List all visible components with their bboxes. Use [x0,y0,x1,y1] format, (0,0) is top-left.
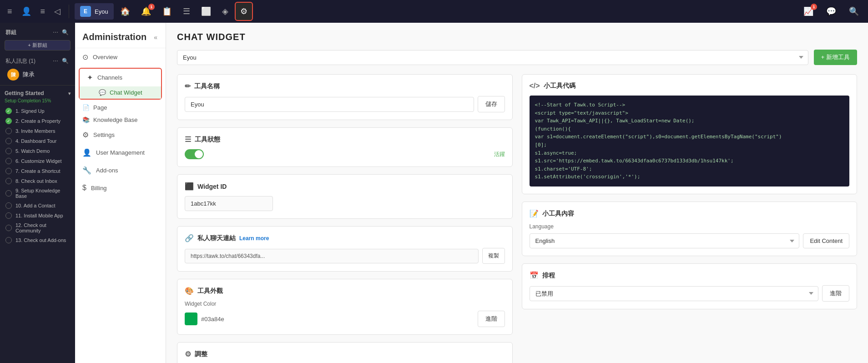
gs-item-label-1: 1. Signed Up [15,108,45,114]
tool-name-save-btn[interactable]: 儲存 [478,96,505,112]
admin-nav-settings[interactable]: ⚙ Settings [75,126,166,144]
nav-divider [69,5,69,18]
knowledge-base-label: Knowledge Base [93,116,138,123]
color-row: #03a84e 進階 [185,311,505,327]
adjustment-title: 調整 [195,350,207,358]
gs-check-2: ✓ [5,118,12,124]
admin-nav-billing[interactable]: $ Billing [75,179,166,197]
gs-item-7[interactable]: 7. Create a Shortcut [5,166,71,176]
group-more-btn[interactable]: ⋯ [52,28,59,36]
gs-item-label-6: 6. Customize Widget [15,158,61,164]
admin-nav-knowledge-base[interactable]: 📚 Knowledge Base [75,114,166,126]
workspace-avatar: E [80,6,91,17]
gs-item-4[interactable]: 4. Dashboard Tour [5,136,71,146]
gs-item-3[interactable]: 3. Invite Members [5,126,71,136]
gs-item-10[interactable]: 10. Add a Contact [5,201,71,211]
nav-activity-tab[interactable]: 📈 1 [799,3,818,20]
group-section-header: 群組 ⋯ 🔍 [5,26,71,38]
widget-id-input[interactable] [185,196,273,211]
gs-item-13[interactable]: 13. Check out Add-ons [5,235,71,245]
gs-item-11[interactable]: 11. Install Mobile App [5,211,71,221]
private-more-btn[interactable]: ⋯ [52,57,59,65]
gs-check-7 [5,168,12,174]
gs-check-6 [5,158,12,164]
gs-item-5[interactable]: 5. Watch Demo [5,146,71,156]
edit-content-btn[interactable]: Edit Content [803,233,849,248]
gs-item-label-10: 10. Add a Contact [15,203,55,208]
workspace-select[interactable]: Eyou [177,50,808,65]
group-search-btn[interactable]: 🔍 [61,28,70,36]
nav-collapse-btn[interactable]: ◁ [51,4,63,19]
nav-widget-tab[interactable]: ◈ [217,3,233,20]
admin-sidebar-header: Administration « [75,23,166,48]
billing-icon: $ [82,184,86,192]
channels-icon: ✦ [87,73,93,82]
workspace-button[interactable]: E Eyou [75,3,114,20]
admin-sidebar-title: Administration [82,32,146,42]
nav-center: 🏠 🔔 1 📋 ☰ ⬜ ◈ ⚙ [116,2,797,21]
scheduling-advanced-btn[interactable]: 進階 [822,285,849,302]
channels-header[interactable]: ✦ Channels [80,69,161,86]
gs-item-label-8: 8. Check out Inbox [15,178,57,184]
nav-book-tab[interactable]: ☰ [178,3,195,20]
nav-chat-tab[interactable]: 💬 [822,3,841,20]
gs-items-list: ✓ 1. Signed Up ✓ 2. Create a Property 3.… [5,106,71,245]
gs-item-1[interactable]: ✓ 1. Signed Up [5,106,71,116]
admin-nav-chat-widget[interactable]: 💬 Chat Widget [80,86,161,99]
private-search-btn[interactable]: 🔍 [61,57,70,65]
gs-check-8 [5,178,12,184]
admin-nav-add-ons[interactable]: 🔧 Add-ons [75,161,166,179]
nav-contacts-tab[interactable]: 📋 [157,3,177,20]
billing-label: Billing [91,185,107,192]
scheduling-select[interactable]: 已禁用 [530,286,819,301]
new-group-btn[interactable]: + 新群組 [5,40,71,50]
gs-item-6[interactable]: 6. Customize Widget [5,156,71,166]
contact-item[interactable]: 陳 陳承 [5,67,71,82]
language-select[interactable]: English Chinese [530,233,800,248]
add-tool-btn[interactable]: + 新增工具 [814,50,857,65]
gs-check-12 [5,225,12,231]
color-swatch[interactable] [185,313,197,325]
nav-icon-btn-3[interactable]: ≡ [38,4,48,19]
gs-item-12[interactable]: 12. Check out Community [5,221,71,235]
gs-check-11 [5,212,12,219]
toggle-row: 活躍 [185,149,505,159]
nav-icon-btn-2[interactable]: 👤 [19,4,34,19]
page-title: CHAT WIDGET [177,32,857,42]
widget-code-icon: </> [530,82,540,90]
widget-color-label: Widget Color [185,301,505,307]
nav-home-tab[interactable]: 🏠 [116,3,135,20]
tool-status-title: 工具狀態 [195,136,220,144]
getting-started-title: Getting Started [5,90,44,96]
gs-item-8[interactable]: 8. Check out Inbox [5,176,71,186]
private-link-icon: 🔗 [185,234,194,242]
nav-icon-btn-1[interactable]: ≡ [5,4,15,19]
link-row: 複製 [185,248,505,264]
admin-collapse-btn[interactable]: « [153,33,158,42]
status-toggle[interactable] [185,149,204,159]
gs-check-1: ✓ [5,108,12,114]
scheduling-row: 已禁用 進階 [530,285,850,302]
nav-left: ≡ 👤 ≡ ◁ E Eyou [5,3,114,20]
color-advanced-btn[interactable]: 進階 [478,311,505,327]
admin-nav-user-management[interactable]: 👤 User Management [75,144,166,161]
nav-notification-tab[interactable]: 🔔 1 [136,3,156,20]
widget-content-section: 📝 小工具內容 Language English Chinese Edit Co… [522,202,858,256]
left-sidebar: 群組 ⋯ 🔍 + 新群組 私人訊息 (1) ⋯ 🔍 陳 陳承 [0,23,75,363]
nav-search-tab[interactable]: 🔍 [844,3,863,20]
admin-nav-overview[interactable]: ⊙ Overview [75,48,166,66]
admin-nav-page[interactable]: 📄 Page [75,101,166,114]
copy-link-btn[interactable]: 複製 [482,248,505,264]
learn-more-link[interactable]: Learn more [239,235,269,242]
overview-label: Overview [93,54,117,60]
scheduling-header: 📅 排程 [530,271,850,280]
tool-name-input[interactable] [185,97,474,112]
gs-item-2[interactable]: ✓ 2. Create a Property [5,116,71,126]
private-link-header: 🔗 私人聊天連結 Learn more [185,234,505,242]
nav-inbox-tab[interactable]: ⬜ [197,3,216,20]
private-link-input[interactable] [185,249,479,263]
getting-started-header[interactable]: Getting Started ▾ [5,88,71,98]
nav-settings-tab[interactable]: ⚙ [235,2,253,21]
gs-item-9[interactable]: 9. Setup Knowledge Base [5,186,71,201]
gs-check-13 [5,237,12,243]
